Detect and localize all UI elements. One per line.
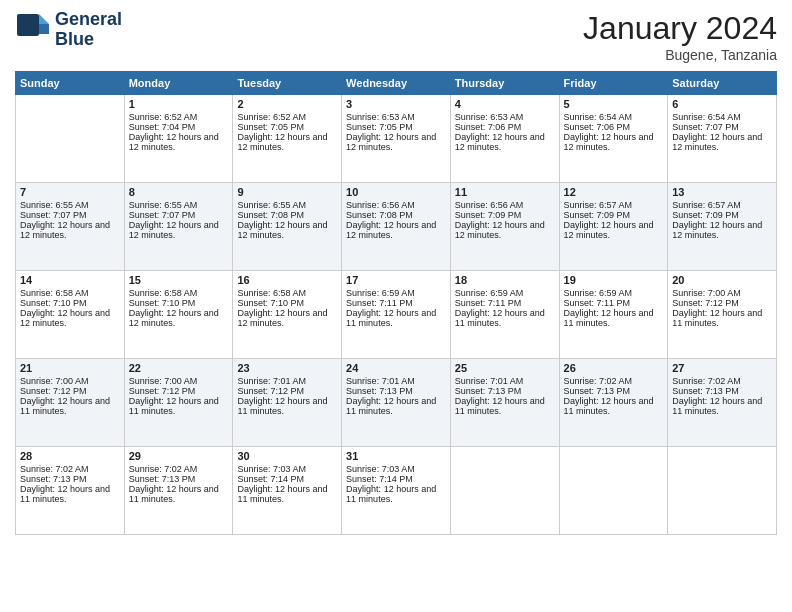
day-number: 12 (564, 186, 664, 198)
daylight-text: Daylight: 12 hours and 12 minutes. (129, 308, 219, 328)
day-number: 23 (237, 362, 337, 374)
day-number: 15 (129, 274, 229, 286)
daylight-text: Daylight: 12 hours and 12 minutes. (672, 132, 762, 152)
day-cell: 27 Sunrise: 7:02 AM Sunset: 7:13 PM Dayl… (668, 359, 777, 447)
sunset-text: Sunset: 7:05 PM (237, 122, 304, 132)
sunrise-text: Sunrise: 6:56 AM (455, 200, 524, 210)
sunrise-text: Sunrise: 6:54 AM (564, 112, 633, 122)
day-cell: 18 Sunrise: 6:59 AM Sunset: 7:11 PM Dayl… (450, 271, 559, 359)
day-number: 28 (20, 450, 120, 462)
sunset-text: Sunset: 7:12 PM (129, 386, 196, 396)
daylight-text: Daylight: 12 hours and 11 minutes. (20, 484, 110, 504)
week-row-1: 1 Sunrise: 6:52 AM Sunset: 7:04 PM Dayli… (16, 95, 777, 183)
daylight-text: Daylight: 12 hours and 12 minutes. (672, 220, 762, 240)
sunset-text: Sunset: 7:07 PM (672, 122, 739, 132)
day-number: 6 (672, 98, 772, 110)
day-cell: 28 Sunrise: 7:02 AM Sunset: 7:13 PM Dayl… (16, 447, 125, 535)
day-cell: 9 Sunrise: 6:55 AM Sunset: 7:08 PM Dayli… (233, 183, 342, 271)
month-title: January 2024 (583, 10, 777, 47)
header-row: SundayMondayTuesdayWednesdayThursdayFrid… (16, 72, 777, 95)
sunrise-text: Sunrise: 6:59 AM (564, 288, 633, 298)
sunrise-text: Sunrise: 6:58 AM (20, 288, 89, 298)
week-row-5: 28 Sunrise: 7:02 AM Sunset: 7:13 PM Dayl… (16, 447, 777, 535)
week-row-3: 14 Sunrise: 6:58 AM Sunset: 7:10 PM Dayl… (16, 271, 777, 359)
day-cell: 7 Sunrise: 6:55 AM Sunset: 7:07 PM Dayli… (16, 183, 125, 271)
day-number: 2 (237, 98, 337, 110)
sunset-text: Sunset: 7:12 PM (20, 386, 87, 396)
daylight-text: Daylight: 12 hours and 12 minutes. (564, 132, 654, 152)
sunset-text: Sunset: 7:10 PM (129, 298, 196, 308)
sunset-text: Sunset: 7:06 PM (455, 122, 522, 132)
day-number: 11 (455, 186, 555, 198)
day-cell: 16 Sunrise: 6:58 AM Sunset: 7:10 PM Dayl… (233, 271, 342, 359)
sunrise-text: Sunrise: 7:00 AM (129, 376, 198, 386)
day-number: 7 (20, 186, 120, 198)
day-number: 18 (455, 274, 555, 286)
day-number: 20 (672, 274, 772, 286)
week-row-4: 21 Sunrise: 7:00 AM Sunset: 7:12 PM Dayl… (16, 359, 777, 447)
sunset-text: Sunset: 7:06 PM (564, 122, 631, 132)
day-number: 10 (346, 186, 446, 198)
sunset-text: Sunset: 7:13 PM (564, 386, 631, 396)
logo-text: General Blue (55, 10, 122, 50)
daylight-text: Daylight: 12 hours and 12 minutes. (20, 220, 110, 240)
col-header-saturday: Saturday (668, 72, 777, 95)
daylight-text: Daylight: 12 hours and 12 minutes. (129, 132, 219, 152)
daylight-text: Daylight: 12 hours and 11 minutes. (20, 396, 110, 416)
day-cell: 15 Sunrise: 6:58 AM Sunset: 7:10 PM Dayl… (124, 271, 233, 359)
week-row-2: 7 Sunrise: 6:55 AM Sunset: 7:07 PM Dayli… (16, 183, 777, 271)
sunrise-text: Sunrise: 6:55 AM (237, 200, 306, 210)
day-cell (668, 447, 777, 535)
daylight-text: Daylight: 12 hours and 11 minutes. (564, 308, 654, 328)
col-header-monday: Monday (124, 72, 233, 95)
calendar-page: General Blue January 2024 Bugene, Tanzan… (0, 0, 792, 612)
sunrise-text: Sunrise: 6:58 AM (129, 288, 198, 298)
day-cell: 10 Sunrise: 6:56 AM Sunset: 7:08 PM Dayl… (342, 183, 451, 271)
sunrise-text: Sunrise: 7:02 AM (672, 376, 741, 386)
daylight-text: Daylight: 12 hours and 12 minutes. (455, 220, 545, 240)
day-cell: 26 Sunrise: 7:02 AM Sunset: 7:13 PM Dayl… (559, 359, 668, 447)
sunset-text: Sunset: 7:12 PM (672, 298, 739, 308)
col-header-friday: Friday (559, 72, 668, 95)
day-cell: 13 Sunrise: 6:57 AM Sunset: 7:09 PM Dayl… (668, 183, 777, 271)
header: General Blue January 2024 Bugene, Tanzan… (15, 10, 777, 63)
sunrise-text: Sunrise: 6:59 AM (346, 288, 415, 298)
day-number: 22 (129, 362, 229, 374)
day-cell: 8 Sunrise: 6:55 AM Sunset: 7:07 PM Dayli… (124, 183, 233, 271)
day-cell (16, 95, 125, 183)
sunrise-text: Sunrise: 6:52 AM (237, 112, 306, 122)
daylight-text: Daylight: 12 hours and 11 minutes. (346, 396, 436, 416)
svg-rect-0 (17, 14, 39, 36)
daylight-text: Daylight: 12 hours and 12 minutes. (129, 220, 219, 240)
title-block: January 2024 Bugene, Tanzania (583, 10, 777, 63)
sunrise-text: Sunrise: 6:59 AM (455, 288, 524, 298)
daylight-text: Daylight: 12 hours and 11 minutes. (672, 308, 762, 328)
day-cell: 25 Sunrise: 7:01 AM Sunset: 7:13 PM Dayl… (450, 359, 559, 447)
sunset-text: Sunset: 7:11 PM (455, 298, 522, 308)
sunrise-text: Sunrise: 6:53 AM (346, 112, 415, 122)
sunset-text: Sunset: 7:07 PM (129, 210, 196, 220)
sunrise-text: Sunrise: 6:55 AM (129, 200, 198, 210)
sunset-text: Sunset: 7:14 PM (346, 474, 413, 484)
daylight-text: Daylight: 12 hours and 12 minutes. (20, 308, 110, 328)
sunrise-text: Sunrise: 7:00 AM (20, 376, 89, 386)
logo-icon (15, 12, 51, 48)
day-number: 30 (237, 450, 337, 462)
day-number: 1 (129, 98, 229, 110)
daylight-text: Daylight: 12 hours and 11 minutes. (129, 484, 219, 504)
sunset-text: Sunset: 7:04 PM (129, 122, 196, 132)
day-cell: 6 Sunrise: 6:54 AM Sunset: 7:07 PM Dayli… (668, 95, 777, 183)
day-number: 13 (672, 186, 772, 198)
day-cell: 3 Sunrise: 6:53 AM Sunset: 7:05 PM Dayli… (342, 95, 451, 183)
sunrise-text: Sunrise: 7:01 AM (346, 376, 415, 386)
daylight-text: Daylight: 12 hours and 11 minutes. (346, 308, 436, 328)
day-cell: 14 Sunrise: 6:58 AM Sunset: 7:10 PM Dayl… (16, 271, 125, 359)
day-number: 29 (129, 450, 229, 462)
sunset-text: Sunset: 7:13 PM (346, 386, 413, 396)
sunset-text: Sunset: 7:07 PM (20, 210, 87, 220)
sunset-text: Sunset: 7:09 PM (564, 210, 631, 220)
day-number: 27 (672, 362, 772, 374)
sunset-text: Sunset: 7:11 PM (346, 298, 413, 308)
day-cell: 2 Sunrise: 6:52 AM Sunset: 7:05 PM Dayli… (233, 95, 342, 183)
day-number: 5 (564, 98, 664, 110)
